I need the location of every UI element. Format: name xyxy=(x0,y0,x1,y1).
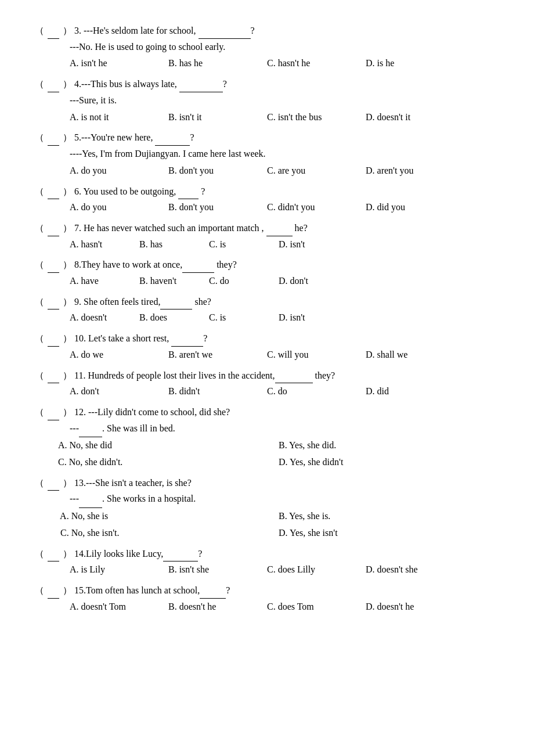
options-9: A. doesn't B. does C. is D. isn't xyxy=(70,309,499,326)
bracket-close-15: ） xyxy=(63,583,72,598)
opt-7b: B. has xyxy=(139,236,209,253)
bracket-open-4: （ xyxy=(35,77,44,92)
bracket-close-4: ） xyxy=(63,77,72,92)
bracket-close-7: ） xyxy=(63,221,72,236)
opt-14c: C. does Lilly xyxy=(267,561,366,578)
opt-3c: C. hasn't he xyxy=(267,55,366,72)
opt-7c: C. is xyxy=(209,236,279,253)
question-text-11: 11. Hundreds of people lost their lives … xyxy=(74,368,335,384)
question-text-6: 6. You used to be outgoing, ? xyxy=(74,184,205,200)
opt-12d: D. Yes, she didn't xyxy=(279,454,499,471)
answer-blank-7 xyxy=(48,221,59,236)
bracket-close-6: ） xyxy=(63,184,72,199)
options-8: A. have B. haven't C. do D. don't xyxy=(70,273,499,290)
question-text-12: 12. ---Lily didn't come to school, did s… xyxy=(74,405,230,420)
bracket-open-15: （ xyxy=(35,583,44,598)
opt-7d: D. isn't xyxy=(279,236,348,253)
bracket-open-6: （ xyxy=(35,184,44,199)
options-4: A. is not it B. isn't it C. isn't the bu… xyxy=(70,109,499,126)
question-13: （ ） 13.---She isn't a teacher, is she? -… xyxy=(35,476,499,542)
options-5: A. do you B. don't you C. are you D. are… xyxy=(70,163,499,179)
opt-5c: C. are you xyxy=(267,163,366,179)
opt-5a: A. do you xyxy=(70,163,168,179)
bracket-open-11: （ xyxy=(35,368,44,383)
bracket-close-12: ） xyxy=(63,405,72,420)
question-8: （ ） 8.They have to work at once, they? A… xyxy=(35,257,499,289)
options-13: A. No, she is B. Yes, she is. C. No, she… xyxy=(58,508,499,542)
opt-11c: C. do xyxy=(267,383,366,400)
opt-6c: C. didn't you xyxy=(267,199,366,216)
opt-8c: C. do xyxy=(209,273,279,290)
opt-15c: C. does Tom xyxy=(267,599,366,615)
opt-5b: B. don't you xyxy=(168,163,267,179)
bracket-open-7: （ xyxy=(35,221,44,236)
opt-13a: A. No, she is xyxy=(58,508,279,525)
answer-blank-13 xyxy=(48,476,59,491)
answer-blank-12 xyxy=(48,405,59,420)
options-14: A. is Lily B. isn't she C. does Lilly D.… xyxy=(70,561,499,578)
question-text-4: 4.---This bus is always late, ? xyxy=(74,77,227,92)
opt-11b: B. didn't xyxy=(168,383,267,400)
opt-7a: A. hasn't xyxy=(70,236,139,253)
question-text-8: 8.They have to work at once, they? xyxy=(74,257,237,273)
bracket-open-5: （ xyxy=(35,130,44,145)
opt-14d: D. doesn't she xyxy=(366,561,464,578)
opt-6b: B. don't you xyxy=(168,199,267,216)
opt-3b: B. has he xyxy=(168,55,267,72)
question-14: （ ） 14.Lily looks like Lucy, ? A. is Lil… xyxy=(35,546,499,578)
opt-3d: D. is he xyxy=(366,55,464,72)
opt-4c: C. isn't the bus xyxy=(267,109,366,126)
sub-text-12: --- . She was ill in bed. xyxy=(70,420,499,438)
bracket-open-8: （ xyxy=(35,257,44,272)
opt-5d: D. aren't you xyxy=(366,163,464,179)
bracket-open-3: （ xyxy=(35,23,44,38)
bracket-close-3: ） xyxy=(63,23,72,38)
opt-8b: B. haven't xyxy=(139,273,209,290)
answer-blank-8 xyxy=(48,257,59,273)
options-10: A. do we B. aren't we C. will you D. sha… xyxy=(70,347,499,363)
opt-12a: A. No, she did xyxy=(58,437,279,454)
sub-text-3: ---No. He is used to going to school ear… xyxy=(70,39,499,56)
question-text-9: 9. She often feels tired, she? xyxy=(74,294,211,310)
question-text-10: 10. Let's take a short rest, ? xyxy=(74,331,207,347)
answer-blank-4 xyxy=(48,77,59,92)
opt-13b: B. Yes, she is. xyxy=(279,508,499,525)
opt-8d: D. don't xyxy=(279,273,348,290)
question-11: （ ） 11. Hundreds of people lost their li… xyxy=(35,368,499,400)
bracket-close-9: ） xyxy=(63,294,72,309)
opt-10c: C. will you xyxy=(267,347,366,363)
options-6: A. do you B. don't you C. didn't you D. … xyxy=(70,199,499,216)
question-7: （ ） 7. He has never watched such an impo… xyxy=(35,221,499,253)
question-3: （ ） 3. ---He's seldom late for school, ?… xyxy=(35,23,499,72)
opt-9b: B. does xyxy=(139,309,209,326)
opt-6a: A. do you xyxy=(70,199,168,216)
opt-4a: A. is not it xyxy=(70,109,168,126)
options-15: A. doesn't Tom B. doesn't he C. does Tom… xyxy=(70,599,499,615)
opt-10a: A. do we xyxy=(70,347,168,363)
question-5: （ ） 5.---You're new here, ? ----Yes, I'm… xyxy=(35,130,499,179)
opt-13d: D. Yes, she isn't xyxy=(279,525,499,542)
question-9: （ ） 9. She often feels tired, she? A. do… xyxy=(35,294,499,326)
opt-14b: B. isn't she xyxy=(168,561,267,578)
question-text-5: 5.---You're new here, ? xyxy=(74,130,194,146)
question-text-15: 15.Tom often has lunch at school, ? xyxy=(74,583,230,599)
question-text-14: 14.Lily looks like Lucy, ? xyxy=(74,546,202,562)
bracket-open-12: （ xyxy=(35,405,44,420)
bracket-open-9: （ xyxy=(35,294,44,309)
bracket-open-14: （ xyxy=(35,546,44,561)
bracket-close-11: ） xyxy=(63,368,72,383)
opt-6d: D. did you xyxy=(366,199,464,216)
answer-blank-3 xyxy=(48,23,59,39)
options-3: A. isn't he B. has he C. hasn't he D. is… xyxy=(70,55,499,72)
opt-12c: C. No, she didn't. xyxy=(58,454,279,471)
opt-4b: B. isn't it xyxy=(168,109,267,126)
opt-8a: A. have xyxy=(70,273,139,290)
exam-content: （ ） 3. ---He's seldom late for school, ?… xyxy=(35,23,499,615)
opt-10b: B. aren't we xyxy=(168,347,267,363)
opt-15d: D. doesn't he xyxy=(366,599,464,615)
opt-3a: A. isn't he xyxy=(70,55,168,72)
answer-blank-5 xyxy=(48,130,59,146)
bracket-close-14: ） xyxy=(63,546,72,561)
answer-blank-10 xyxy=(48,331,59,347)
sub-text-13: --- . She works in a hospital. xyxy=(70,491,499,508)
